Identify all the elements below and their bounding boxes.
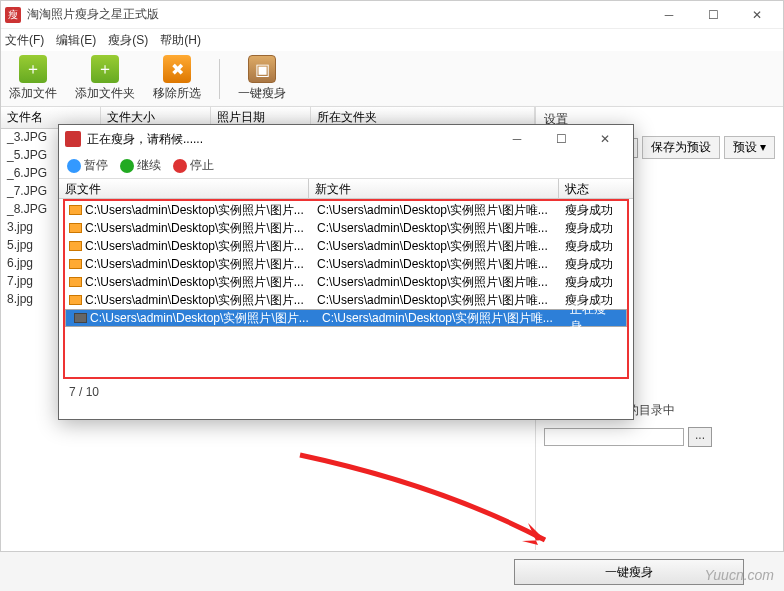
remove-selected-button[interactable]: ✖ 移除所选 [153,55,201,102]
one-key-button[interactable]: ▣ 一键瘦身 [238,55,286,102]
menu-file[interactable]: 文件(F) [5,32,44,49]
progress-row[interactable]: C:\Users\admin\Desktop\实例照片\图片...C:\User… [65,201,627,219]
add-file-button[interactable]: ＋ 添加文件 [9,55,57,102]
image-icon [69,259,82,269]
main-titlebar: 瘦 淘淘照片瘦身之星正式版 ─ ☐ ✕ [1,1,783,29]
progress-row[interactable]: C:\Users\admin\Desktop\实例照片\图片...C:\User… [65,237,627,255]
browse-button[interactable]: ... [688,427,712,447]
resume-button[interactable]: 继续 [120,157,161,174]
output-path-row: ... [544,423,775,451]
pause-icon [67,159,81,173]
stop-icon [173,159,187,173]
progress-row[interactable]: C:\Users\admin\Desktop\实例照片\图片...C:\User… [65,291,627,309]
dialog-icon [65,131,81,147]
stop-button[interactable]: 停止 [173,157,214,174]
menu-edit[interactable]: 编辑(E) [56,32,96,49]
image-icon [69,295,82,305]
output-path-input[interactable] [544,428,684,446]
footer: 一键瘦身 [0,551,784,591]
window-title: 淘淘照片瘦身之星正式版 [27,6,647,23]
dialog-minimize-button[interactable]: ─ [495,125,539,153]
image-icon [69,223,82,233]
col-source[interactable]: 原文件 [59,179,309,198]
progress-row[interactable]: C:\Users\admin\Desktop\实例照片\图片...C:\User… [65,309,627,327]
image-icon [69,277,82,287]
remove-icon: ✖ [163,55,191,83]
progress-row[interactable]: C:\Users\admin\Desktop\实例照片\图片...C:\User… [65,219,627,237]
dialog-toolbar: 暂停 继续 停止 [59,153,633,179]
image-icon [74,313,87,323]
progress-counter: 7 / 10 [59,379,633,405]
minimize-button[interactable]: ─ [647,1,691,29]
app-icon: 瘦 [5,7,21,23]
progress-row[interactable]: C:\Users\admin\Desktop\实例照片\图片...C:\User… [65,255,627,273]
menubar: 文件(F) 编辑(E) 瘦身(S) 帮助(H) [1,29,783,51]
pause-button[interactable]: 暂停 [67,157,108,174]
col-dest[interactable]: 新文件 [309,179,559,198]
main-toolbar: ＋ 添加文件 ＋ 添加文件夹 ✖ 移除所选 ▣ 一键瘦身 [1,51,783,107]
image-icon [69,241,82,251]
progress-row[interactable]: C:\Users\admin\Desktop\实例照片\图片...C:\User… [65,273,627,291]
one-key-icon: ▣ [248,55,276,83]
menu-slim[interactable]: 瘦身(S) [108,32,148,49]
maximize-button[interactable]: ☐ [691,1,735,29]
presets-dropdown[interactable]: 预设 ▾ [724,136,775,159]
add-folder-icon: ＋ [91,55,119,83]
image-icon [69,205,82,215]
close-button[interactable]: ✕ [735,1,779,29]
menu-help[interactable]: 帮助(H) [160,32,201,49]
watermark: Yuucn.com [704,567,774,583]
progress-dialog: 正在瘦身，请稍候...... ─ ☐ ✕ 暂停 继续 停止 原文件 新文件 状态… [58,124,634,420]
add-file-icon: ＋ [19,55,47,83]
dialog-maximize-button[interactable]: ☐ [539,125,583,153]
dialog-titlebar: 正在瘦身，请稍候...... ─ ☐ ✕ [59,125,633,153]
dialog-title: 正在瘦身，请稍候...... [87,131,495,148]
play-icon [120,159,134,173]
save-preset-button[interactable]: 保存为预设 [642,136,720,159]
progress-list[interactable]: C:\Users\admin\Desktop\实例照片\图片...C:\User… [63,199,629,379]
dialog-close-button[interactable]: ✕ [583,125,627,153]
col-status[interactable]: 状态 [559,179,633,198]
add-folder-button[interactable]: ＋ 添加文件夹 [75,55,135,102]
progress-header: 原文件 新文件 状态 [59,179,633,199]
separator [219,59,220,99]
